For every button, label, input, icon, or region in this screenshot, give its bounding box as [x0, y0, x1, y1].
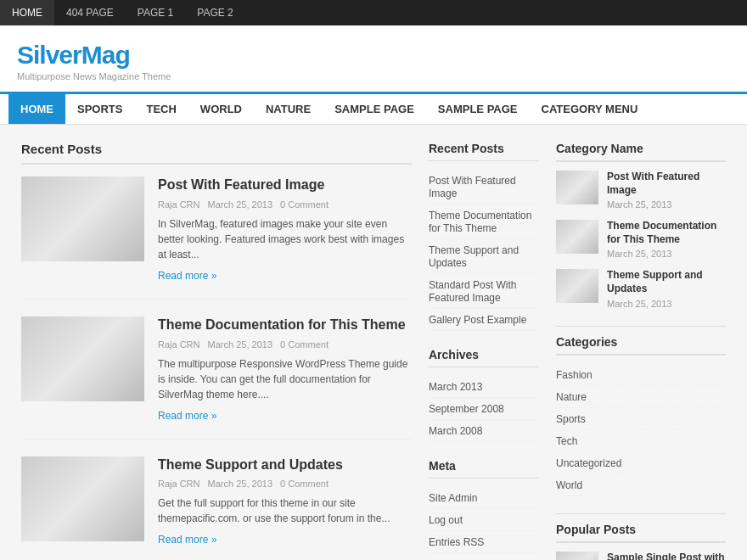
nav-sports[interactable]: SPORTS: [65, 94, 134, 124]
cat-sports[interactable]: Sports: [556, 413, 586, 425]
nav-home[interactable]: HOME: [8, 94, 65, 124]
nav-category-menu[interactable]: CATEGORY MENU: [530, 94, 650, 124]
post-content-3: Theme Support and Updates Raja CRN March…: [158, 456, 412, 546]
nav-sample2[interactable]: SAMPLE PAGE: [426, 94, 530, 124]
post-excerpt-2: The multipurpose Responsive WordPress Th…: [158, 356, 412, 402]
archive-link-3[interactable]: March 2008: [429, 425, 482, 437]
site-header: SilverMag Multipurpose News Magazine The…: [0, 25, 747, 94]
right-post-1: Post With Featured Image March 25, 2013: [556, 171, 726, 210]
nav-tech[interactable]: TECH: [134, 94, 188, 124]
list-item: Sports: [556, 408, 726, 430]
list-item: Comments RSS: [429, 553, 539, 560]
recent-post-link-4[interactable]: Standard Post With Featured Image: [429, 279, 516, 304]
post-card-1: Post With Featured Image Raja CRN March …: [21, 176, 412, 300]
widget-archives: Archives March 2013 September 2008 March…: [429, 348, 539, 442]
post-meta-2: Raja CRN March 25, 2013 0 Comment: [158, 339, 412, 350]
topnav-page2[interactable]: PAGE 2: [185, 0, 244, 25]
cat-fashion[interactable]: Fashion: [556, 369, 593, 381]
recent-post-link-5[interactable]: Gallery Post Example: [429, 314, 526, 326]
archives-title: Archives: [429, 348, 539, 367]
topnav-404[interactable]: 404 PAGE: [54, 0, 126, 25]
popular-post-title-1[interactable]: Sample Single Post with Dummy Text: [607, 552, 726, 560]
post-title-2[interactable]: Theme Documentation for This Theme: [158, 316, 412, 334]
read-more-2[interactable]: Read more »: [158, 410, 216, 422]
read-more-3[interactable]: Read more »: [158, 534, 216, 546]
topnav-page1[interactable]: PAGE 1: [126, 0, 185, 25]
list-item: Entries RSS: [429, 531, 539, 553]
list-item: September 2008: [429, 398, 539, 420]
popular-post-thumb-1: [556, 552, 598, 560]
post-card-3: Theme Support and Updates Raja CRN March…: [21, 456, 412, 560]
nav-nature[interactable]: NATURE: [254, 94, 323, 124]
cat-world[interactable]: World: [556, 479, 582, 491]
list-item: Site Admin: [429, 487, 539, 509]
nav-sample1[interactable]: SAMPLE PAGE: [323, 94, 426, 124]
post-thumb-2: [21, 316, 144, 401]
right-post-date-3: March 25, 2013: [607, 299, 726, 309]
archives-list: March 2013 September 2008 March 2008: [429, 376, 539, 442]
cat-nature[interactable]: Nature: [556, 391, 587, 403]
post-date-1: March 25, 2013: [208, 199, 272, 210]
divider-2: [556, 513, 726, 514]
list-item: World: [556, 474, 726, 496]
widget-popular-posts: Popular Posts Sample Single Post with Du…: [556, 523, 726, 560]
recent-post-link-2[interactable]: Theme Documentation for This Theme: [429, 210, 531, 234]
right-post-info-2: Theme Documentation for This Theme March…: [607, 220, 726, 259]
read-more-1[interactable]: Read more »: [158, 270, 216, 282]
widget-recent-posts: Recent Posts Post With Featured Image Th…: [429, 142, 539, 331]
list-item: Gallery Post Example: [429, 309, 539, 331]
recent-post-link-3[interactable]: Theme Support and Updates: [429, 244, 519, 269]
post-thumb-3: [21, 456, 144, 541]
page-container: Recent Posts Post With Featured Image Ra…: [8, 125, 739, 560]
post-author-3: Raja CRN: [158, 479, 200, 489]
cat-uncategorized[interactable]: Uncategorized: [556, 457, 621, 469]
cat-tech[interactable]: Tech: [556, 435, 577, 447]
list-item: Fashion: [556, 364, 726, 386]
right-post-title-3[interactable]: Theme Support and Updates: [607, 269, 726, 295]
post-author-2: Raja CRN: [158, 339, 200, 350]
archive-link-1[interactable]: March 2013: [429, 381, 482, 393]
post-title-1[interactable]: Post With Featured Image: [158, 176, 412, 194]
archive-link-2[interactable]: September 2008: [429, 403, 504, 415]
widget-categories: Categories Fashion Nature Sports Tech Un…: [556, 335, 726, 496]
meta-title: Meta: [429, 459, 539, 479]
list-item: Uncategorized: [556, 452, 726, 474]
site-tagline: Multipurpose News Magazine Theme: [17, 71, 730, 81]
right-post-thumb-2: [556, 220, 598, 254]
right-post-title-1[interactable]: Post With Featured Image: [607, 171, 726, 197]
right-post-info-1: Post With Featured Image March 25, 2013: [607, 171, 726, 210]
right-post-date-2: March 25, 2013: [607, 249, 726, 259]
meta-link-2[interactable]: Log out: [429, 514, 463, 526]
post-title-3[interactable]: Theme Support and Updates: [158, 456, 412, 474]
divider-1: [556, 326, 726, 327]
main-section-title: Recent Posts: [21, 142, 412, 165]
post-content-1: Post With Featured Image Raja CRN March …: [158, 176, 412, 282]
popular-post-1: Sample Single Post with Dummy Text March…: [556, 552, 726, 560]
post-date-3: March 25, 2013: [208, 479, 272, 489]
widget-category-name: Category Name Post With Featured Image M…: [556, 142, 726, 309]
post-meta-1: Raja CRN March 25, 2013 0 Comment: [158, 199, 412, 210]
post-date-2: March 25, 2013: [208, 339, 272, 350]
right-post-thumb-3: [556, 269, 598, 303]
meta-link-3[interactable]: Entries RSS: [429, 536, 484, 548]
right-post-3: Theme Support and Updates March 25, 2013: [556, 269, 726, 308]
post-comment-1: 0 Comment: [280, 199, 329, 210]
top-bar: HOME 404 PAGE PAGE 1 PAGE 2: [0, 0, 747, 25]
list-item: March 2013: [429, 376, 539, 398]
post-comment-3: 0 Comment: [280, 479, 329, 489]
list-item: Theme Support and Updates: [429, 239, 539, 274]
right-post-2: Theme Documentation for This Theme March…: [556, 220, 726, 259]
list-item: Nature: [556, 386, 726, 408]
topnav-home[interactable]: HOME: [0, 0, 54, 25]
list-item: Standard Post With Featured Image: [429, 274, 539, 309]
recent-post-link-1[interactable]: Post With Featured Image: [429, 175, 516, 199]
post-card-2: Theme Documentation for This Theme Raja …: [21, 316, 412, 440]
right-post-info-3: Theme Support and Updates March 25, 2013: [607, 269, 726, 308]
right-post-title-2[interactable]: Theme Documentation for This Theme: [607, 220, 726, 246]
nav-world[interactable]: WORLD: [188, 94, 254, 124]
popular-posts-title: Popular Posts: [556, 523, 726, 543]
meta-link-1[interactable]: Site Admin: [429, 492, 477, 504]
popular-post-info-1: Sample Single Post with Dummy Text March…: [607, 552, 726, 560]
categories-list: Fashion Nature Sports Tech Uncategorized…: [556, 364, 726, 496]
categories-title: Categories: [556, 335, 726, 356]
